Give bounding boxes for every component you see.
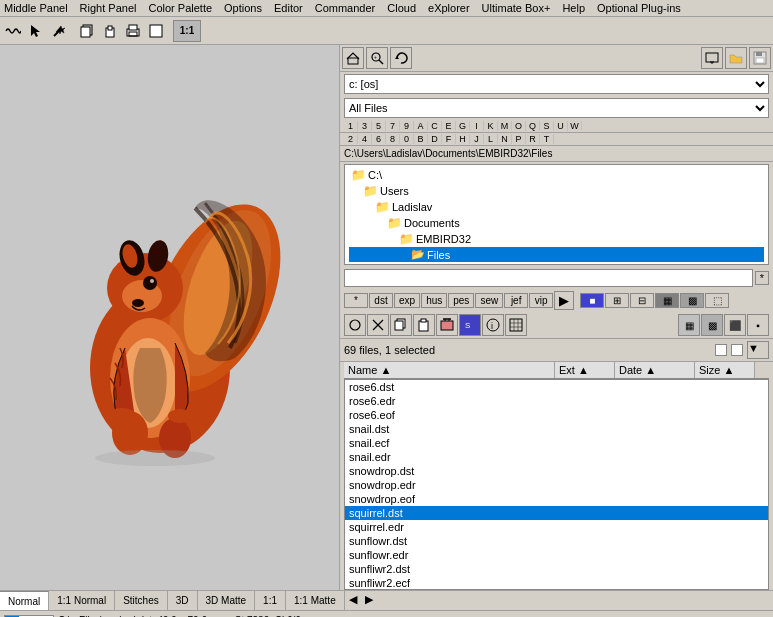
alpha-A[interactable]: A (414, 121, 428, 131)
wave-tool-button[interactable] (2, 20, 24, 42)
tab-left-arrow[interactable]: ◀ (345, 591, 361, 610)
file-row-rose6eof[interactable]: rose6.eof (345, 408, 768, 422)
alpha-G[interactable]: G (456, 121, 470, 131)
star-button[interactable]: * (755, 271, 769, 285)
tree-c-drive[interactable]: 📁 C:\ (349, 167, 764, 183)
menu-explorer[interactable]: eXplorer (428, 2, 470, 14)
delete-btn[interactable] (436, 314, 458, 336)
col-header-name[interactable]: Name ▲ (344, 362, 555, 378)
alpha-Q[interactable]: Q (526, 121, 540, 131)
alpha-H[interactable]: H (456, 134, 470, 144)
file-row-squirrel[interactable]: squirrel.dst (345, 506, 768, 520)
file-row-rose6dst[interactable]: rose6.dst (345, 380, 768, 394)
select-button[interactable] (25, 20, 47, 42)
new-file-button[interactable] (145, 20, 167, 42)
menu-ultimatebox[interactable]: Ultimate Box+ (482, 2, 551, 14)
tab-3d-matte[interactable]: 3D Matte (198, 591, 256, 610)
magic-wand-button[interactable] (48, 20, 70, 42)
num-5[interactable]: 5 (372, 121, 386, 131)
alpha-R[interactable]: R (526, 134, 540, 144)
alpha-S[interactable]: S (540, 121, 554, 131)
col-header-date[interactable]: Date ▲ (615, 362, 695, 378)
copy-act-btn[interactable] (390, 314, 412, 336)
tab-right-arrow[interactable]: ▶ (361, 591, 377, 610)
cut-btn[interactable] (367, 314, 389, 336)
col-header-ext[interactable]: Ext ▲ (555, 362, 615, 378)
pattern-btn-3[interactable]: ▦ (655, 293, 679, 308)
tree-embird32[interactable]: 📁 EMBIRD32 (349, 231, 764, 247)
file-row-squirreledr[interactable]: squirrel.edr (345, 520, 768, 534)
ext-dst-button[interactable]: dst (369, 293, 393, 308)
pattern-btn-4[interactable]: ▩ (680, 293, 704, 308)
pattern-btn-1[interactable]: ⊞ (605, 293, 629, 308)
copy2-button[interactable] (76, 20, 98, 42)
alpha-B[interactable]: B (414, 134, 428, 144)
pattern-btn-5[interactable]: ⬚ (705, 293, 729, 308)
menu-cloud[interactable]: Cloud (387, 2, 416, 14)
file-row-snailedr[interactable]: snail.edr (345, 450, 768, 464)
paste-button[interactable] (99, 20, 121, 42)
file-row-snowdropeof[interactable]: snowdrop.eof (345, 492, 768, 506)
filter-select[interactable]: All Files (344, 98, 769, 118)
num-0[interactable]: 0 (400, 134, 414, 144)
ext-hus-button[interactable]: hus (421, 293, 447, 308)
pattern2-btn-1[interactable]: ▦ (678, 314, 700, 336)
grid-btn[interactable] (505, 314, 527, 336)
pattern-btn-2[interactable]: ⊟ (630, 293, 654, 308)
tab-stitches[interactable]: Stitches (115, 591, 168, 610)
alpha-U[interactable]: U (554, 121, 568, 131)
rp-folder-button[interactable] (725, 47, 747, 69)
print-button[interactable] (122, 20, 144, 42)
alpha-L[interactable]: L (484, 134, 498, 144)
file-row-rose6edr[interactable]: rose6.edr (345, 394, 768, 408)
alpha-O[interactable]: O (512, 121, 526, 131)
num-6[interactable]: 6 (372, 134, 386, 144)
tab-1-1-normal[interactable]: 1:1 Normal (49, 591, 115, 610)
drive-select[interactable]: c: [os] (344, 74, 769, 94)
alpha-F[interactable]: F (442, 134, 456, 144)
ext-sew-button[interactable]: sew (475, 293, 503, 308)
rp-zoom-button[interactable]: + (366, 47, 388, 69)
tab-1-1-matte[interactable]: 1:1 Matte (286, 591, 345, 610)
num-1[interactable]: 1 (344, 121, 358, 131)
ext-pes-button[interactable]: pes (448, 293, 474, 308)
ext-jef-button[interactable]: jef (504, 293, 528, 308)
ext-vip-button[interactable]: vip (529, 293, 553, 308)
file-row-sunflowrdst[interactable]: sunflowr.dst (345, 534, 768, 548)
alpha-D[interactable]: D (428, 134, 442, 144)
info-btn[interactable]: i (482, 314, 504, 336)
pattern2-btn-4[interactable]: ▪ (747, 314, 769, 336)
file-row-sunflowredr[interactable]: sunflowr.edr (345, 548, 768, 562)
color-btn-1[interactable]: ■ (580, 293, 604, 308)
ext-all-button[interactable]: * (344, 293, 368, 308)
tab-normal[interactable]: Normal (0, 591, 49, 610)
menu-middle-panel[interactable]: Middle Panel (4, 2, 68, 14)
num-3[interactable]: 3 (358, 121, 372, 131)
file-row-sunfliwr2ecf[interactable]: sunfliwr2.ecf (345, 576, 768, 590)
alpha-T[interactable]: T (540, 134, 554, 144)
tree-files[interactable]: 📂 Files (349, 247, 764, 262)
alpha-P[interactable]: P (512, 134, 526, 144)
col-header-size[interactable]: Size ▲ (695, 362, 755, 378)
num-9[interactable]: 9 (400, 121, 414, 131)
num-8[interactable]: 8 (386, 134, 400, 144)
sort-dropdown[interactable]: ▼ (747, 341, 769, 359)
alpha-C[interactable]: C (428, 121, 442, 131)
tab-3d[interactable]: 3D (168, 591, 198, 610)
rp-refresh-button[interactable] (390, 47, 412, 69)
play-button[interactable]: ▶ (554, 291, 574, 310)
num-4[interactable]: 4 (358, 134, 372, 144)
alpha-W[interactable]: W (568, 121, 582, 131)
alpha-J[interactable]: J (470, 134, 484, 144)
file-row-sunfliwr2dst[interactable]: sunfliwr2.dst (345, 562, 768, 576)
menu-commander[interactable]: Commander (315, 2, 376, 14)
file-row-snowdropdst[interactable]: snowdrop.dst (345, 464, 768, 478)
alpha-M[interactable]: M (498, 121, 512, 131)
menu-options[interactable]: Options (224, 2, 262, 14)
num-2[interactable]: 2 (344, 134, 358, 144)
checkbox-2[interactable] (731, 344, 743, 356)
paste-act-btn[interactable] (413, 314, 435, 336)
menu-editor[interactable]: Editor (274, 2, 303, 14)
file-list[interactable]: rose6.dst rose6.edr rose6.eof snail.dst … (344, 379, 769, 590)
menu-color-palette[interactable]: Color Palette (148, 2, 212, 14)
